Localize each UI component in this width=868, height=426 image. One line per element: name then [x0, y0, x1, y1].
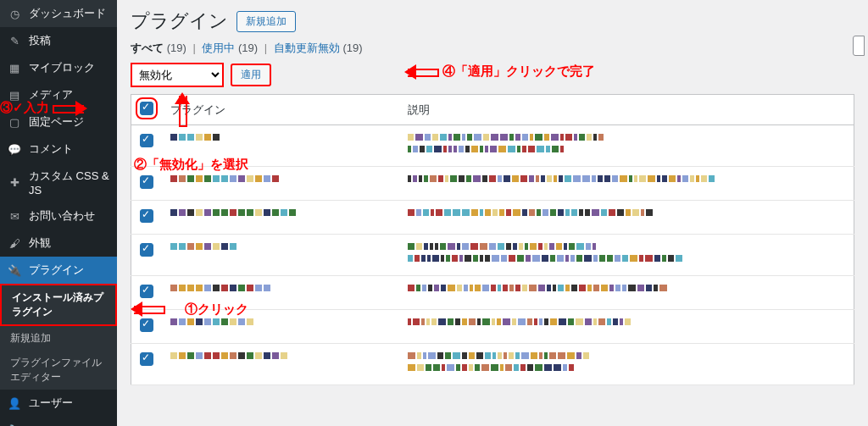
subnav-installed-plugins[interactable]: インストール済みプラグイン: [0, 284, 117, 326]
bulk-action-select[interactable]: 無効化: [131, 63, 224, 87]
media-icon: ▤: [7, 87, 22, 102]
search-plugins-input[interactable]: [853, 36, 865, 56]
page-header: プラグイン 新規追加: [131, 8, 854, 34]
table-row: [131, 201, 854, 235]
plus-icon: ✚: [7, 175, 22, 191]
add-new-button[interactable]: 新規追加: [236, 11, 296, 32]
col-description: 説明: [399, 95, 854, 125]
col-plugin: プラグイン: [162, 95, 399, 125]
row-checkbox[interactable]: [140, 134, 153, 147]
nav-comments[interactable]: 💬コメント: [0, 136, 117, 163]
plugins-table: プラグイン 説明: [131, 94, 854, 385]
admin-sidebar: ◷ダッシュボード ✎投稿 ▦マイブロック ▤メディア ▢固定ページ 💬コメント …: [0, 0, 117, 426]
row-checkbox[interactable]: [140, 352, 153, 366]
brush-icon: 🖌: [7, 235, 22, 251]
table-row: [131, 276, 854, 310]
nav-users[interactable]: 👤ユーザー: [0, 390, 117, 417]
nav-contact[interactable]: ✉お問い合わせ: [0, 202, 117, 230]
subnav-add-new[interactable]: 新規追加: [0, 326, 117, 351]
nav-dashboard[interactable]: ◷ダッシュボード: [0, 0, 117, 27]
apply-button[interactable]: 適用: [231, 64, 271, 86]
table-row: [131, 344, 854, 385]
subnav-file-editor[interactable]: プラグインファイルエディター: [0, 351, 117, 390]
table-row: [131, 310, 854, 344]
bulk-actions: 無効化 適用: [131, 63, 854, 87]
row-checkbox[interactable]: [140, 175, 153, 189]
nav-plugins[interactable]: 🔌プラグイン: [0, 257, 117, 284]
blocks-icon: ▦: [7, 60, 22, 75]
filter-all[interactable]: すべて: [131, 41, 164, 54]
filter-active[interactable]: 使用中: [202, 41, 235, 54]
pin-icon: ✎: [7, 33, 22, 48]
comment-icon: 💬: [7, 141, 22, 157]
page-icon: ▢: [7, 114, 22, 130]
dashboard-icon: ◷: [7, 6, 22, 21]
tools-icon: 🔧: [7, 423, 22, 426]
mail-icon: ✉: [7, 208, 22, 224]
filter-links: すべて (19) | 使用中 (19) | 自動更新無効 (19): [131, 41, 854, 56]
nav-tools[interactable]: 🔧ツール: [0, 417, 117, 426]
row-checkbox[interactable]: [140, 318, 153, 332]
select-all-checkbox[interactable]: [140, 102, 153, 115]
filter-auto-update-off[interactable]: 自動更新無効: [274, 41, 340, 54]
nav-css-js[interactable]: ✚カスタム CSS & JS: [0, 163, 117, 202]
nav-pages[interactable]: ▢固定ページ: [0, 108, 117, 136]
table-row: [131, 235, 854, 276]
table-row: [131, 167, 854, 201]
nav-appearance[interactable]: 🖌外観: [0, 230, 117, 257]
main-content: プラグイン 新規追加 すべて (19) | 使用中 (19) | 自動更新無効 …: [117, 0, 868, 426]
nav-myblocks[interactable]: ▦マイブロック: [0, 54, 117, 81]
row-checkbox[interactable]: [140, 209, 153, 223]
nav-posts[interactable]: ✎投稿: [0, 27, 117, 54]
nav-plugins-submenu: インストール済みプラグイン 新規追加 プラグインファイルエディター: [0, 284, 117, 390]
table-row: [131, 125, 854, 167]
row-checkbox[interactable]: [140, 285, 153, 298]
plug-icon: 🔌: [7, 263, 22, 278]
page-title: プラグイン: [131, 8, 228, 34]
user-icon: 👤: [7, 396, 22, 411]
row-checkbox[interactable]: [140, 243, 153, 257]
nav-media[interactable]: ▤メディア: [0, 81, 117, 108]
